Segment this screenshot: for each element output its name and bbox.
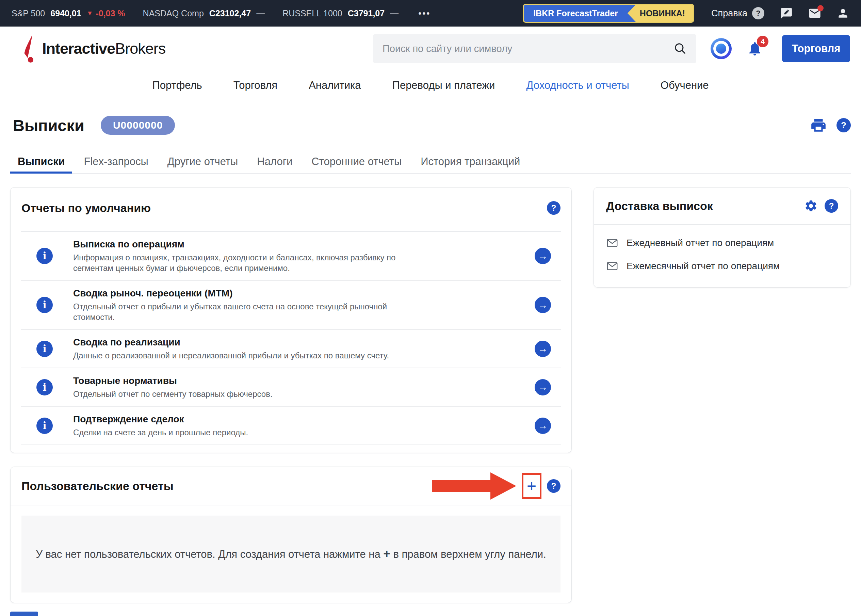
tab-other-reports[interactable]: Другие отчеты [160, 152, 245, 174]
search-icon[interactable] [674, 42, 687, 55]
page-title-row: Выписки U0000000 ? [0, 100, 861, 135]
forecast-trader-button[interactable]: IBKR ForecastTrader НОВИНКА! [523, 4, 694, 23]
main-header: InteractiveBrokers 4 Торговля [0, 27, 861, 71]
ticker-sp500[interactable]: S&P 500 6940,01 ▼-0,03 % [12, 8, 125, 18]
notifications-button[interactable]: 4 [747, 41, 763, 57]
question-icon: ? [752, 7, 764, 19]
site-search [373, 34, 696, 63]
info-icon[interactable]: i [36, 341, 53, 357]
nav-item-transfers[interactable]: Переводы и платежи [393, 79, 495, 91]
card-title: Доставка выписок [606, 200, 713, 213]
new-feature-badge: НОВИНКА! [627, 5, 693, 22]
tab-taxes[interactable]: Налоги [250, 152, 300, 174]
delivery-item-label: Ежедневный отчет по операциям [627, 237, 774, 248]
ai-assistant-ring [713, 41, 729, 57]
report-title: Сводка по реализации [73, 336, 389, 348]
ticker-change-value: -0,03 % [96, 8, 125, 18]
default-reports-card: Отчеты по умолчанию ? i Выписка по опера… [10, 187, 572, 453]
ticker-nasdaq[interactable]: NASDAQ Comp C23102,47 — [143, 8, 265, 18]
nav-item-analytics[interactable]: Аналитика [309, 79, 361, 91]
help-link[interactable]: Справка ? [711, 7, 764, 19]
report-description: Отдельный отчет по сегменту товарных фью… [73, 389, 273, 399]
chat-widget-partial[interactable] [10, 611, 38, 616]
market-ticker-bar: S&P 500 6940,01 ▼-0,03 % NASDAQ Comp C23… [0, 0, 861, 27]
open-report-button[interactable]: → [535, 418, 551, 434]
report-row-trade-confirmation: i Подтверждение сделок Сделки на счете з… [21, 407, 561, 445]
card-help-button[interactable]: ? [547, 479, 561, 493]
nav-item-portfolio[interactable]: Портфель [152, 79, 202, 91]
report-title: Товарные нормативы [73, 375, 273, 387]
left-column: Отчеты по умолчанию ? i Выписка по опера… [10, 187, 572, 603]
nav-item-performance-reports[interactable]: Доходность и отчеты [526, 79, 629, 91]
ai-assistant-icon[interactable] [710, 38, 732, 59]
info-icon[interactable]: i [36, 379, 53, 396]
statement-delivery-card: Доставка выписок ? Ежедневный отчет по о… [594, 187, 851, 288]
report-list: i Выписка по операциям Информация о пози… [11, 232, 571, 453]
content-area: Отчеты по умолчанию ? i Выписка по опера… [0, 174, 861, 603]
page-help-button[interactable]: ? [836, 118, 851, 132]
forecast-trader-inner: IBKR ForecastTrader НОВИНКА! [524, 5, 693, 22]
nav-item-education[interactable]: Обучение [661, 79, 709, 91]
report-title: Подтверждение сделок [73, 413, 248, 425]
ticker-russell[interactable]: RUSSELL 1000 C3791,07 — [283, 8, 399, 18]
card-title: Отчеты по умолчанию [22, 201, 151, 215]
logo-mark-icon [20, 35, 38, 63]
settings-button[interactable] [804, 199, 818, 213]
logo-text-bold: Interactive [42, 40, 115, 57]
open-report-button[interactable]: → [535, 341, 551, 357]
tab-statements[interactable]: Выписки [10, 152, 72, 174]
more-tickers-button[interactable]: ••• [418, 8, 430, 19]
delivery-item-label: Ежемесячный отчет по операциям [627, 261, 780, 272]
report-description: Информация о позициях, транзакциях, дохо… [73, 252, 396, 273]
delivery-actions: ? [804, 199, 838, 213]
mail-icon[interactable] [808, 6, 822, 20]
trade-button[interactable]: Торговля [782, 35, 850, 62]
empty-text-after: в правом верхнем углу панели. [393, 548, 546, 560]
statements-tabs: Выписки Flex-запросы Другие отчеты Налог… [10, 152, 851, 174]
report-title: Сводка рыноч. переоценки (MTM) [73, 288, 396, 299]
empty-state: У вас нет пользовательских отчетов. Для … [22, 515, 561, 592]
ticker-label: S&P 500 [12, 8, 45, 18]
ticker-value: 6940,01 [50, 8, 81, 18]
print-button[interactable] [810, 117, 827, 134]
open-report-button[interactable]: → [535, 297, 551, 313]
info-icon[interactable]: i [36, 297, 53, 313]
ticker-change: ▼-0,03 % [87, 8, 125, 18]
ticker-label: RUSSELL 1000 [283, 8, 343, 18]
open-report-button[interactable]: → [535, 379, 551, 396]
empty-text-before: У вас нет пользовательских отчетов. Для … [36, 548, 380, 560]
info-icon[interactable]: i [36, 248, 53, 264]
nav-item-trade[interactable]: Торговля [234, 79, 278, 91]
account-badge[interactable]: U0000000 [101, 116, 175, 135]
page-title: Выписки [13, 116, 85, 135]
report-texts: Сводка по реализации Данные о реализован… [73, 336, 389, 361]
tab-flex-queries[interactable]: Flex-запросы [76, 152, 156, 174]
card-help-button[interactable]: ? [825, 199, 838, 213]
tab-transaction-history[interactable]: История транзакций [413, 152, 528, 174]
gear-icon [804, 199, 818, 213]
logo[interactable]: InteractiveBrokers [20, 35, 165, 63]
delivery-item-monthly: Ежемесячный отчет по операциям [606, 255, 838, 278]
help-label: Справка [711, 8, 747, 19]
empty-state-text: У вас нет пользовательских отчетов. Для … [36, 545, 546, 563]
down-triangle-icon: ▼ [87, 9, 93, 17]
plus-glyph: + [383, 547, 390, 560]
ticker-change: — [390, 8, 399, 18]
feedback-icon[interactable] [780, 7, 793, 20]
ticker-value: C23102,47 [209, 8, 251, 18]
page-actions: ? [810, 117, 851, 134]
report-description: Отдельный отчет о прибыли и убытках ваше… [73, 301, 396, 322]
report-row-activity-statement: i Выписка по операциям Информация о пози… [21, 232, 561, 281]
open-report-button[interactable]: → [535, 248, 551, 264]
report-row-commodity-regulatory: i Товарные нормативы Отдельный отчет по … [21, 368, 561, 407]
report-texts: Подтверждение сделок Сделки на счете за … [73, 413, 248, 438]
annotation-arrow-shaft [432, 480, 490, 492]
profile-icon[interactable] [836, 7, 849, 20]
add-report-button[interactable]: + [527, 478, 536, 494]
search-input[interactable] [382, 43, 674, 55]
delivery-list: Ежедневный отчет по операциям Ежемесячны… [594, 225, 850, 287]
info-icon[interactable]: i [36, 418, 53, 434]
card-help-button[interactable]: ? [547, 201, 561, 215]
tab-third-party-reports[interactable]: Сторонние отчеты [304, 152, 409, 174]
right-column: Доставка выписок ? Ежедневный отчет по о… [594, 187, 851, 288]
